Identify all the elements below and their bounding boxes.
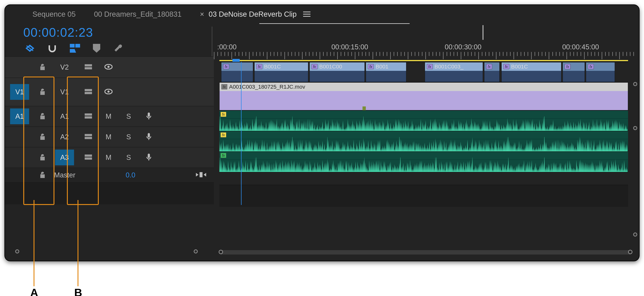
track-resize-handle[interactable] bbox=[633, 232, 637, 237]
timeline-toolbar bbox=[25, 44, 122, 53]
track-resize-handle[interactable] bbox=[633, 82, 637, 86]
svg-rect-11 bbox=[148, 112, 150, 117]
add-marker-icon[interactable] bbox=[93, 44, 100, 53]
track-empty bbox=[219, 185, 628, 207]
mute-button[interactable]: M bbox=[106, 112, 112, 120]
tab-label: Sequence 05 bbox=[32, 10, 76, 18]
solo-button[interactable]: S bbox=[126, 133, 131, 141]
video-clip[interactable]: fxB001C003_ bbox=[425, 62, 483, 82]
track-master[interactable] bbox=[219, 172, 628, 185]
voiceover-record-icon[interactable] bbox=[146, 112, 152, 120]
toggle-track-output-icon[interactable] bbox=[104, 64, 112, 70]
ruler-label: 00:00:15:00 bbox=[331, 43, 368, 51]
timeline-area: :00:0000:00:15:0000:00:30:0000:00:45:00 … bbox=[214, 42, 634, 62]
clip-label: B001C bbox=[511, 64, 528, 70]
linked-selection-icon[interactable] bbox=[70, 44, 80, 53]
video-clip[interactable]: fx bbox=[484, 62, 500, 82]
clip-label: B001 bbox=[376, 64, 388, 70]
ruler-label: :00:00 bbox=[217, 43, 236, 51]
fx-badge-icon[interactable]: fx bbox=[427, 64, 433, 69]
video-clip[interactable]: fxB001 bbox=[366, 62, 406, 82]
fx-badge-icon[interactable]: fx bbox=[220, 132, 226, 137]
fx-badge-icon[interactable]: fx bbox=[220, 112, 226, 117]
callout-label-b: B bbox=[74, 286, 82, 296]
sequence-marker[interactable] bbox=[482, 25, 484, 40]
sync-lock-icon[interactable] bbox=[84, 64, 92, 71]
fx-badge-icon[interactable]: fx bbox=[588, 64, 594, 69]
fx-badge-icon[interactable]: fx bbox=[565, 64, 570, 69]
track-a1[interactable]: fx bbox=[219, 110, 628, 131]
video-clip[interactable]: fx bbox=[563, 62, 584, 82]
track-resize-handle[interactable] bbox=[633, 126, 637, 130]
timeline-scrollbar[interactable] bbox=[219, 250, 632, 254]
track-target-v2[interactable]: V2 bbox=[55, 59, 74, 75]
video-clip[interactable]: fxA001C003_180725_R1JC.mov bbox=[219, 82, 628, 110]
sequence-tabs: Sequence 05 00 Dreamers_Edit_180831 × 03… bbox=[5, 5, 639, 23]
timeline-panel: Sequence 05 00 Dreamers_Edit_180831 × 03… bbox=[4, 5, 640, 261]
time-ruler[interactable]: :00:0000:00:15:0000:00:30:0000:00:45:00 bbox=[214, 42, 634, 62]
svg-rect-19 bbox=[148, 154, 150, 158]
timeline-settings-icon[interactable] bbox=[113, 44, 122, 53]
solo-button[interactable]: S bbox=[126, 112, 131, 120]
callout-line-b bbox=[78, 200, 78, 286]
current-timecode[interactable]: 00:00:02:23 bbox=[23, 25, 93, 40]
insert-as-nest-icon[interactable] bbox=[25, 44, 35, 52]
callout-line-a bbox=[34, 200, 34, 286]
expand-track-icon[interactable] bbox=[196, 171, 206, 179]
clip-label: B001C003_ bbox=[434, 64, 464, 70]
tab-dreamers-edit[interactable]: 00 Dreamers_Edit_180831 bbox=[88, 7, 187, 22]
tracks-area[interactable]: fxfxB001CfxB001C00fxB001fxB001C003_fxfxB… bbox=[219, 62, 628, 207]
solo-button[interactable]: S bbox=[126, 154, 131, 162]
tab-denoise-dereverb[interactable]: × 03 DeNoise DeReverb Clip bbox=[194, 7, 316, 22]
track-a3[interactable]: fx bbox=[219, 152, 628, 172]
voiceover-record-icon[interactable] bbox=[146, 153, 152, 162]
scroll-handle-left[interactable] bbox=[219, 250, 223, 254]
master-db-value[interactable]: 0.0 bbox=[126, 171, 136, 179]
work-area-bar[interactable] bbox=[219, 60, 628, 61]
video-clip[interactable]: fx bbox=[586, 62, 615, 82]
fx-badge-icon[interactable]: fx bbox=[312, 64, 318, 69]
fx-badge-icon[interactable]: fx bbox=[486, 64, 492, 69]
svg-rect-1 bbox=[85, 64, 92, 66]
svg-point-4 bbox=[108, 66, 110, 68]
video-clip[interactable]: fxB001C bbox=[502, 62, 562, 82]
panel-menu-icon[interactable] bbox=[303, 12, 310, 17]
video-clip[interactable]: fxB001C bbox=[254, 62, 308, 82]
active-tab-underline bbox=[259, 23, 410, 24]
track-v1[interactable]: fxA001C003_180725_R1JC.mov bbox=[219, 82, 628, 110]
fx-badge-icon[interactable]: fx bbox=[223, 64, 229, 69]
mute-button[interactable]: M bbox=[106, 133, 112, 141]
ruler-label: 00:00:45:00 bbox=[562, 43, 599, 51]
audio-clip[interactable]: fx bbox=[219, 131, 628, 152]
clip-label: A001C003_180725_R1JC.mov bbox=[229, 84, 305, 90]
voiceover-record-icon[interactable] bbox=[146, 133, 152, 141]
svg-rect-2 bbox=[85, 67, 92, 69]
tab-label: 00 Dreamers_Edit_180831 bbox=[94, 10, 182, 18]
lock-icon[interactable] bbox=[39, 63, 46, 71]
video-clip[interactable]: fx bbox=[221, 62, 253, 82]
toggle-track-output-icon[interactable] bbox=[104, 89, 112, 95]
audio-clip[interactable]: fx bbox=[219, 152, 628, 172]
tab-sequence-05[interactable]: Sequence 05 bbox=[27, 7, 81, 22]
track-v2[interactable]: fxfxB001CfxB001C00fxB001fxB001C003_fxfxB… bbox=[219, 62, 628, 82]
fx-badge-icon[interactable]: fx bbox=[256, 64, 262, 69]
svg-rect-15 bbox=[148, 133, 150, 137]
scroll-handle-right[interactable] bbox=[628, 250, 632, 254]
zoom-handle-left[interactable] bbox=[15, 249, 19, 253]
fx-badge-icon[interactable]: fx bbox=[504, 64, 509, 69]
audio-clip[interactable]: fx bbox=[219, 111, 628, 131]
ruler-label: 00:00:30:00 bbox=[445, 43, 482, 51]
fx-badge-icon[interactable]: fx bbox=[368, 64, 374, 69]
playhead-line bbox=[241, 62, 242, 205]
fx-badge-icon[interactable]: fx bbox=[220, 153, 226, 158]
zoom-handle-right[interactable] bbox=[194, 249, 198, 253]
video-clip[interactable]: fxB001C00 bbox=[310, 62, 365, 82]
clip-label: B001C00 bbox=[319, 64, 342, 70]
close-icon[interactable]: × bbox=[200, 10, 204, 18]
track-header-v2: V2 bbox=[5, 56, 214, 78]
mute-button[interactable]: M bbox=[106, 154, 112, 162]
track-a2[interactable]: fx bbox=[219, 131, 628, 152]
fx-badge-icon[interactable]: fx bbox=[222, 84, 227, 89]
callout-highlight-b bbox=[67, 77, 99, 205]
snap-icon[interactable] bbox=[48, 44, 57, 53]
